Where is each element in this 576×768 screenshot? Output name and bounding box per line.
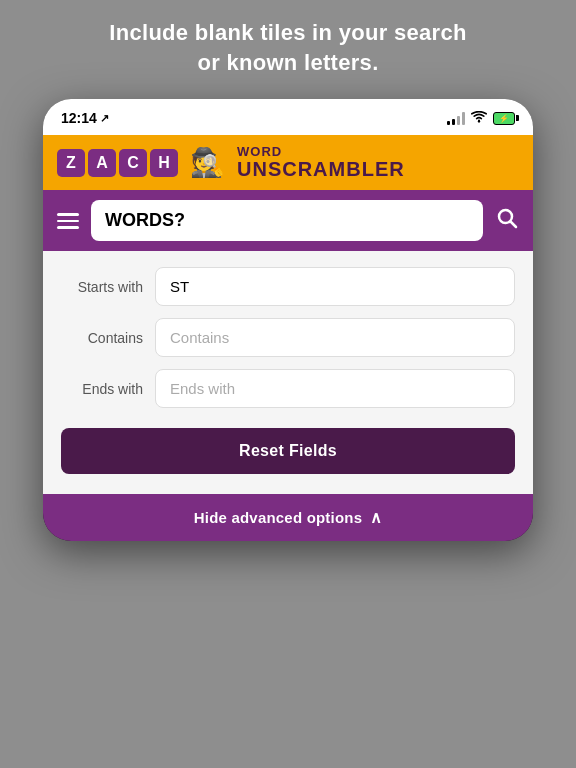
app-title-area: WORD UNSCRAMBLER (237, 145, 405, 180)
battery-icon: ⚡ (493, 112, 515, 125)
logo-tile-z: Z (57, 149, 85, 177)
word-label: WORD (237, 145, 282, 158)
device-frame: 12:14 ↗ ⚡ (43, 99, 533, 541)
instruction-area: Include blank tiles in your search or kn… (0, 0, 576, 99)
logo-tiles: Z A C H (57, 149, 178, 177)
starts-with-label: Starts with (61, 279, 143, 295)
hide-advanced-options-bar[interactable]: Hide advanced options ∧ (43, 494, 533, 541)
starts-with-input[interactable] (155, 267, 515, 306)
logo-tile-h: H (150, 149, 178, 177)
chevron-up-icon: ∧ (370, 508, 382, 527)
status-bar: 12:14 ↗ ⚡ (43, 99, 533, 135)
instruction-text: Include blank tiles in your search or kn… (30, 18, 546, 77)
search-bar-area (43, 190, 533, 251)
logo-tile-c: C (119, 149, 147, 177)
ends-with-row: Ends with (61, 369, 515, 408)
contains-input[interactable] (155, 318, 515, 357)
detective-emoji: 🕵️ (190, 146, 225, 179)
main-search-input[interactable] (91, 200, 483, 241)
advanced-options-panel: Starts with Contains Ends with Reset Fie… (43, 251, 533, 494)
hide-advanced-label: Hide advanced options (194, 509, 362, 526)
reset-fields-button[interactable]: Reset Fields (61, 428, 515, 474)
svg-line-2 (511, 221, 517, 227)
contains-row: Contains (61, 318, 515, 357)
starts-with-row: Starts with (61, 267, 515, 306)
hamburger-menu-button[interactable] (55, 211, 81, 231)
app-header: Z A C H 🕵️ WORD UNSCRAMBLER (43, 135, 533, 190)
svg-point-0 (478, 121, 480, 123)
ends-with-label: Ends with (61, 381, 143, 397)
logo-tile-a: A (88, 149, 116, 177)
app-title: UNSCRAMBLER (237, 158, 405, 180)
signal-icon (447, 112, 465, 125)
search-button[interactable] (493, 204, 521, 238)
wifi-icon (471, 110, 487, 126)
contains-label: Contains (61, 330, 143, 346)
status-time: 12:14 ↗ (61, 110, 109, 126)
ends-with-input[interactable] (155, 369, 515, 408)
navigation-arrow: ↗ (100, 112, 109, 125)
status-icons: ⚡ (447, 110, 515, 126)
